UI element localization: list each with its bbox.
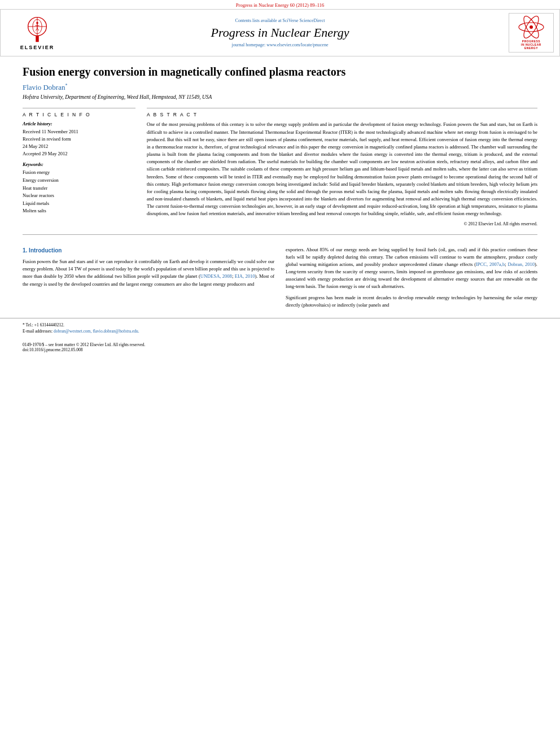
- section1-title: 1. Introduction: [23, 246, 274, 255]
- keyword-1: Fusion energy: [23, 169, 135, 177]
- elsevier-label: ELSEVIER: [20, 45, 55, 50]
- abstract-copyright: © 2012 Elsevier Ltd. All rights reserved…: [147, 221, 537, 226]
- journal-info-bar: Progress in Nuclear Energy 60 (2012) 89–…: [0, 0, 560, 10]
- article-author: Flavio Dobran*: [23, 83, 537, 92]
- journal-logo-right: PROGRESSIN NUCLEARENERGY: [492, 13, 554, 53]
- article-info-abstract-row: A R T I C L E I N F O Article history: R…: [23, 108, 537, 226]
- keyword-5: Liquid metals: [23, 200, 135, 208]
- footer-info: 0149-1970/$ – see front matter © 2012 El…: [0, 340, 560, 352]
- author-superscript: *: [65, 83, 67, 88]
- keyword-3: Heat transfer: [23, 185, 135, 193]
- svg-rect-0: [36, 36, 38, 42]
- abstract-col: A B S T R A C T One of the most pressing…: [147, 108, 537, 226]
- received-date: Received 11 November 2011: [23, 128, 135, 136]
- revised-date: 24 May 2012: [23, 143, 135, 150]
- article-section: Fusion energy conversion in magnetically…: [0, 56, 560, 246]
- footnote-section: * Tel.: +1 63144440212. E-mail addresses…: [0, 318, 560, 340]
- svg-point-13: [530, 25, 533, 29]
- article-info-heading: A R T I C L E I N F O: [23, 112, 135, 117]
- footnote-phone: * Tel.: +1 63144440212.: [23, 322, 537, 328]
- ref-eia[interactable]: EIA, 2010: [235, 273, 255, 279]
- revised-label: Received in revised form: [23, 136, 135, 143]
- journal-header-center: Contents lists available at SciVerse Sci…: [68, 18, 492, 47]
- article-info-col: A R T I C L E I N F O Article history: R…: [23, 108, 135, 226]
- pne-logo-box: PROGRESSIN NUCLEARENERGY: [509, 13, 554, 53]
- body-col2-para2: Significant progress has been made in re…: [286, 294, 537, 309]
- nuclear-atom-icon: [517, 16, 545, 38]
- keyword-4: Nuclear reactors: [23, 192, 135, 200]
- section-divider: [23, 234, 537, 235]
- pne-logo-text: PROGRESSIN NUCLEARENERGY: [511, 40, 551, 50]
- journal-citation: Progress in Nuclear Energy 60 (2012) 89–…: [236, 2, 324, 8]
- elsevier-tree-icon: [20, 15, 54, 43]
- body-col-right: exporters. About 85% of our energy needs…: [286, 246, 537, 312]
- abstract-heading: A B S T R A C T: [147, 112, 537, 117]
- keywords-list: Fusion energy Energy conversion Heat tra…: [23, 169, 135, 215]
- article-affiliation: Hofstra University, Department of Engine…: [23, 94, 537, 100]
- elsevier-logo: ELSEVIER: [20, 15, 55, 50]
- abstract-text: One of the most pressing problems of thi…: [147, 121, 537, 217]
- ref-undesa[interactable]: UNDESA, 2008: [200, 273, 232, 279]
- ref-ipcc[interactable]: IPCC, 2007a,b: [476, 261, 505, 267]
- body-col2-para1: exporters. About 85% of our energy needs…: [286, 246, 537, 291]
- accepted-date: Accepted 29 May 2012: [23, 150, 135, 158]
- footer-license: 0149-1970/$ – see front matter © 2012 El…: [23, 342, 537, 347]
- journal-homepage: journal homepage: www.elsevier.com/locat…: [68, 42, 492, 47]
- body-col-left: 1. Introduction Fusion powers the Sun an…: [23, 246, 274, 312]
- footer-doi: doi:10.1016/j.pnucene.2012.05.008: [23, 347, 537, 352]
- journal-header: ELSEVIER Contents lists available at Sci…: [0, 10, 560, 56]
- article-title: Fusion energy conversion in magnetically…: [23, 65, 537, 78]
- body-section: 1. Introduction Fusion powers the Sun an…: [0, 246, 560, 312]
- elsevier-logo-section: ELSEVIER: [6, 15, 68, 50]
- keyword-6: Molten salts: [23, 207, 135, 215]
- svg-point-5: [36, 22, 38, 24]
- keywords-label: Keywords:: [23, 161, 135, 167]
- keyword-2: Energy conversion: [23, 177, 135, 185]
- body-col1-para1: Fusion powers the Sun and stars and if w…: [23, 258, 274, 288]
- article-history-label: Article history:: [23, 121, 135, 126]
- journal-title: Progress in Nuclear Energy: [68, 25, 492, 40]
- footnote-email: E-mail addresses: dobran@westnet.com, fl…: [23, 328, 537, 334]
- sciverse-link: Contents lists available at SciVerse Sci…: [68, 18, 492, 23]
- ref-dobran[interactable]: Dobran, 2010: [508, 261, 535, 267]
- footnote-email-addresses[interactable]: dobran@westnet.com, flavio.dobran@hofstr…: [54, 329, 139, 334]
